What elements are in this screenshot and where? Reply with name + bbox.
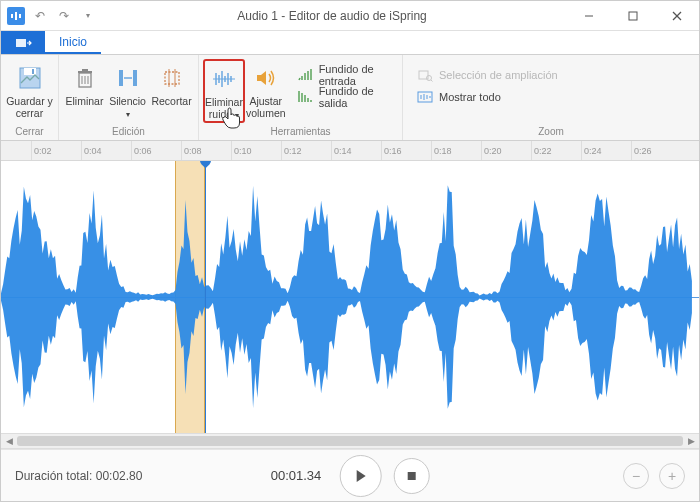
silence-icon: [114, 64, 142, 92]
svg-line-30: [299, 78, 300, 80]
fade-out-label: Fundido de salida: [319, 85, 388, 109]
show-all-icon: [417, 89, 433, 105]
delete-label: Eliminar: [66, 95, 104, 107]
svg-rect-0: [11, 14, 13, 18]
adjust-volume-label: Ajustar volumen: [246, 95, 286, 119]
svg-rect-7: [16, 39, 26, 47]
close-window-button[interactable]: [655, 1, 699, 31]
trash-icon: [71, 64, 99, 92]
qat-dropdown[interactable]: ▾: [79, 7, 97, 25]
zoom-selection-icon: [417, 67, 433, 83]
volume-icon: [252, 64, 280, 92]
crop-icon: [158, 64, 186, 92]
crop-button[interactable]: Recortar: [149, 59, 194, 123]
save-close-label: Guardar y cerrar: [6, 95, 53, 119]
adjust-volume-button[interactable]: Ajustar volumen: [245, 59, 287, 123]
group-edit-label: Edición: [59, 126, 198, 140]
svg-rect-15: [78, 71, 92, 73]
group-close-label: Cerrar: [1, 126, 58, 140]
ruler-tick: 0:06: [131, 141, 152, 160]
delete-button[interactable]: Eliminar: [63, 59, 106, 123]
horizontal-scrollbar[interactable]: ◀ ▶: [1, 433, 699, 449]
undo-button[interactable]: ↶: [31, 7, 49, 25]
svg-rect-1: [15, 12, 17, 20]
scroll-left-arrow[interactable]: ◀: [1, 434, 17, 448]
svg-rect-9: [24, 68, 36, 75]
fade-out-button[interactable]: Fundido de salida: [293, 87, 392, 107]
current-time: 00:01.34: [271, 468, 322, 483]
ruler-tick: 0:22: [531, 141, 552, 160]
group-tools-label: Herramientas: [199, 126, 402, 140]
maximize-button[interactable]: [611, 1, 655, 31]
remove-noise-button[interactable]: Eliminar ruido ▾: [203, 59, 245, 123]
ruler-tick: 0:16: [381, 141, 402, 160]
minimize-button[interactable]: [567, 1, 611, 31]
svg-rect-16: [82, 69, 88, 71]
zoom-out-button[interactable]: −: [623, 463, 649, 489]
group-zoom-label: Zoom: [403, 126, 699, 140]
save-icon: [16, 64, 44, 92]
tab-row: Inicio: [1, 31, 699, 55]
title-bar: ↶ ↷ ▾ Audio 1 - Editor de audio de iSpri…: [1, 1, 699, 31]
waveform-area[interactable]: [1, 161, 699, 433]
fade-in-icon: [297, 67, 313, 83]
scroll-right-arrow[interactable]: ▶: [683, 434, 699, 448]
crop-label: Recortar: [151, 95, 191, 107]
svg-rect-18: [133, 70, 137, 86]
playhead[interactable]: [205, 161, 206, 433]
window-title: Audio 1 - Editor de audio de iSpring: [97, 9, 567, 23]
zoom-selection-label: Selección de ampliación: [439, 69, 558, 81]
ruler-tick: 0:10: [231, 141, 252, 160]
ruler-tick: 0:14: [331, 141, 352, 160]
transport-controls: 00:01.34: [271, 455, 430, 497]
svg-rect-4: [629, 12, 637, 20]
waveform: [1, 161, 699, 433]
scroll-thumb[interactable]: [17, 436, 683, 446]
zoom-controls: − +: [623, 463, 685, 489]
ribbon: Guardar y cerrar Cerrar Eliminar Silenci…: [1, 55, 699, 141]
show-all-button[interactable]: Mostrar todo: [413, 87, 562, 107]
timeline-ruler[interactable]: 0:020:040:060:080:100:120:140:160:180:20…: [1, 141, 699, 161]
ruler-tick: 0:26: [631, 141, 652, 160]
remove-noise-label: Eliminar ruido ▾: [205, 96, 243, 120]
svg-rect-48: [407, 472, 415, 480]
ruler-tick: 0:18: [431, 141, 452, 160]
tab-home[interactable]: Inicio: [45, 31, 101, 54]
ruler-tick: 0:04: [81, 141, 102, 160]
app-icon: [7, 7, 25, 25]
ruler-tick: 0:12: [281, 141, 302, 160]
zoom-selection-button: Selección de ampliación: [413, 65, 562, 85]
ruler-tick: 0:02: [31, 141, 52, 160]
save-close-button[interactable]: Guardar y cerrar: [5, 59, 54, 123]
silence-label: Silencio▾: [109, 95, 146, 119]
silence-button[interactable]: Silencio▾: [106, 59, 149, 123]
svg-point-41: [427, 76, 432, 81]
footer: Duración total: 00:02.80 00:01.34 − +: [1, 449, 699, 501]
scroll-track[interactable]: [17, 434, 683, 448]
svg-rect-10: [32, 69, 34, 74]
noise-icon: [210, 65, 238, 93]
redo-button[interactable]: ↷: [55, 7, 73, 25]
svg-rect-20: [165, 72, 179, 84]
file-tab[interactable]: [1, 31, 45, 54]
ruler-tick: 0:24: [581, 141, 602, 160]
ruler-tick: 0:20: [481, 141, 502, 160]
total-duration: Duración total: 00:02.80: [15, 469, 142, 483]
svg-rect-17: [119, 70, 123, 86]
stop-button[interactable]: [393, 458, 429, 494]
show-all-label: Mostrar todo: [439, 91, 501, 103]
ruler-tick: 0:08: [181, 141, 202, 160]
zoom-in-button[interactable]: +: [659, 463, 685, 489]
svg-line-42: [431, 80, 433, 82]
fade-out-icon: [297, 89, 313, 105]
fade-in-label: Fundido de entrada: [319, 63, 388, 87]
fade-in-button[interactable]: Fundido de entrada: [293, 65, 392, 85]
play-button[interactable]: [339, 455, 381, 497]
svg-rect-2: [19, 14, 21, 18]
